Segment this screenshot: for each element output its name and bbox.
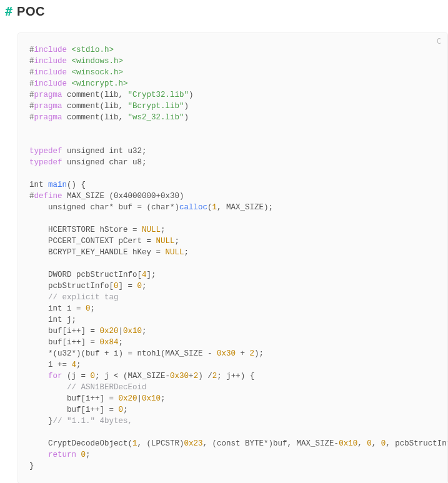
txt: buf[i++] = bbox=[29, 338, 100, 347]
txt: ) / bbox=[198, 372, 212, 381]
txt: ] = bbox=[119, 282, 137, 291]
txt: ; bbox=[119, 338, 124, 347]
txt: buf[i++] = bbox=[29, 394, 119, 403]
txt: ; bbox=[86, 451, 91, 459]
kw-pragma: pragma bbox=[34, 91, 62, 99]
txt: ; bbox=[123, 406, 128, 414]
txt: PCCERT_CONTEXT pCert = bbox=[29, 237, 156, 246]
txt: ; bbox=[161, 394, 166, 403]
kw-include: include bbox=[34, 46, 67, 54]
num: 0x30 bbox=[170, 372, 189, 381]
num: 0 bbox=[367, 439, 372, 448]
kw-include: include bbox=[34, 68, 67, 77]
txt: ; bbox=[142, 282, 147, 291]
txt: buf[i++] = bbox=[29, 406, 119, 414]
null: NULL bbox=[156, 237, 175, 246]
txt: BCRYPT_KEY_HANDLE hKey = bbox=[29, 248, 166, 257]
null: NULL bbox=[166, 248, 184, 257]
txt: (j = bbox=[62, 372, 91, 381]
kw-pragma: pragma bbox=[34, 102, 62, 111]
num: 0 bbox=[86, 304, 91, 313]
txt: ; bbox=[91, 304, 96, 313]
txt: pcbStructInfo[ bbox=[29, 282, 114, 291]
txt: int i = bbox=[29, 304, 86, 313]
txt: | bbox=[119, 327, 124, 336]
txt: ; bbox=[76, 361, 81, 369]
hash-icon: # bbox=[5, 4, 12, 19]
txt: ; j < (MAX_SIZE- bbox=[95, 372, 170, 381]
num: 4 bbox=[72, 361, 77, 369]
hdr-windows: <windows.h> bbox=[72, 57, 124, 66]
txt: unsigned char* buf = (char*) bbox=[29, 203, 179, 212]
num: 0x20 bbox=[100, 327, 119, 336]
txt: ; bbox=[142, 327, 147, 336]
str: "ws2_32.lib" bbox=[128, 113, 184, 122]
txt: int j; bbox=[29, 316, 76, 324]
kw-include: include bbox=[34, 57, 67, 66]
num: 1 bbox=[212, 203, 217, 212]
txt: CryptDecodeObject( bbox=[29, 439, 132, 448]
num: 0x10 bbox=[142, 394, 161, 403]
num: 4 bbox=[142, 271, 147, 279]
num: 0 bbox=[114, 282, 119, 291]
txt: , bbox=[372, 439, 381, 448]
txt: + bbox=[189, 372, 194, 381]
num: 0 bbox=[137, 282, 142, 291]
txt: comment(lib, bbox=[62, 91, 128, 99]
num: 0 bbox=[119, 406, 124, 414]
code-block: C #include <stdio.h> #include <windows.h… bbox=[17, 32, 448, 483]
txt: , (LPCSTR) bbox=[137, 439, 184, 448]
txt: , pcbStructInfo) bbox=[386, 439, 448, 448]
txt: *(u32*)(buf + i) = ntohl(MAX_SIZE - bbox=[29, 349, 217, 358]
txt: ; bbox=[184, 248, 189, 257]
kw-typedef: typedef bbox=[29, 147, 62, 156]
kw-pragma: pragma bbox=[34, 113, 62, 122]
txt: ; bbox=[161, 226, 166, 234]
comment: // ASN1BERDecEoid bbox=[67, 383, 147, 392]
num: 0x30 bbox=[217, 349, 236, 358]
num: 0 bbox=[81, 451, 86, 459]
kw-for: for bbox=[48, 372, 62, 381]
hdr-stdio: <stdio.h> bbox=[72, 46, 114, 54]
kw-return: return bbox=[48, 451, 76, 459]
txt: | bbox=[137, 394, 142, 403]
txt: int bbox=[29, 181, 48, 189]
txt bbox=[29, 451, 48, 459]
kw-include: include bbox=[34, 79, 67, 88]
txt: comment(lib, bbox=[62, 102, 128, 111]
language-tag: C bbox=[437, 37, 441, 46]
num: 0 bbox=[91, 372, 96, 381]
section-heading: # POC bbox=[0, 4, 448, 25]
num: 1 bbox=[132, 439, 137, 448]
txt: ( bbox=[207, 203, 212, 212]
num: 0x23 bbox=[184, 439, 203, 448]
txt: MAX_SIZE (0x4000000+0x30) bbox=[62, 192, 184, 201]
hdr-winsock: <winsock.h> bbox=[72, 68, 124, 77]
txt: ; bbox=[175, 237, 180, 246]
txt: ) bbox=[184, 113, 189, 122]
comment: // "1.1." 4bytes, bbox=[53, 417, 133, 426]
txt: () { bbox=[67, 181, 86, 189]
txt: } bbox=[29, 417, 53, 426]
comment: // explicit tag bbox=[48, 293, 119, 302]
txt: ]; bbox=[147, 271, 156, 279]
txt: ) bbox=[189, 91, 194, 99]
txt: ; j++) { bbox=[217, 372, 254, 381]
txt: ); bbox=[254, 349, 264, 358]
txt: unsigned int u32; bbox=[62, 147, 147, 156]
txt: buf[i++] = bbox=[29, 327, 100, 336]
num: 0x84 bbox=[100, 338, 119, 347]
txt: DWORD pcbStructInfo[ bbox=[29, 271, 142, 279]
txt: unsigned char u8; bbox=[62, 158, 147, 167]
txt: + bbox=[236, 349, 250, 358]
num: 0x10 bbox=[123, 327, 142, 336]
null: NULL bbox=[142, 226, 161, 234]
num: 0x10 bbox=[339, 439, 357, 448]
hdr-wincrypt: <wincrypt.h> bbox=[72, 79, 128, 88]
kw-define: define bbox=[34, 192, 62, 201]
txt: , MAX_SIZE); bbox=[217, 203, 273, 212]
num: 2 bbox=[194, 372, 199, 381]
str: "Crypt32.lib" bbox=[128, 91, 189, 99]
num: 2 bbox=[250, 349, 255, 358]
kw-typedef: typedef bbox=[29, 158, 62, 167]
